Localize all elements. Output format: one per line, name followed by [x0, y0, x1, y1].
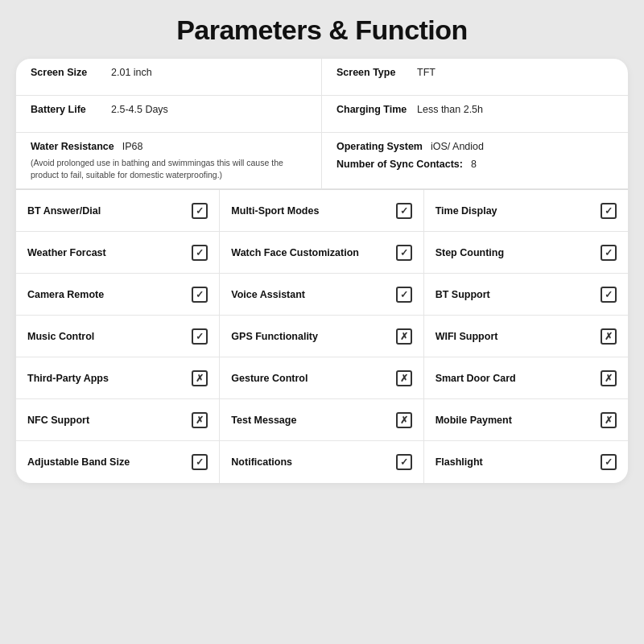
feature-camera-remote: Camera Remote — [16, 274, 220, 316]
feature-name-bt-support: BT Support — [436, 288, 601, 301]
feature-name-wifi-support: WIFI Support — [436, 330, 601, 343]
check-wifi-support — [601, 328, 617, 345]
feature-wifi-support: WIFI Support — [424, 316, 628, 357]
feature-music-control: Music Control — [16, 316, 220, 357]
feature-test-message: Test Message — [220, 399, 423, 441]
spec-label-charging-time: Charging Time — [336, 104, 409, 115]
check-multi-sport-modes — [396, 203, 412, 219]
spec-value-operating-system: iOS/ Andiod — [431, 141, 484, 152]
feature-smart-door-card: Smart Door Card — [424, 357, 628, 399]
feature-name-test-message: Test Message — [231, 414, 395, 427]
check-notifications — [396, 454, 412, 470]
check-camera-remote — [192, 287, 208, 303]
check-smart-door-card — [601, 370, 617, 386]
feature-weather-forcast: Weather Forcast — [16, 232, 220, 274]
spec-label-operating-system: Operating System — [336, 141, 423, 152]
feature-watch-face-customization: Watch Face Customization — [220, 232, 423, 274]
spec-value-sync-contacts: 8 — [471, 159, 477, 170]
check-nfc-support — [192, 412, 208, 428]
check-test-message — [396, 412, 412, 428]
card: Screen Size 2.01 inch Screen Type TFT Ba… — [16, 59, 628, 483]
check-watch-face-customization — [396, 245, 412, 261]
spec-screen-type: Screen Type TFT — [322, 59, 628, 96]
spec-value-screen-size: 2.01 inch — [111, 67, 152, 78]
feature-name-voice-assistant: Voice Assistant — [231, 288, 395, 301]
feature-name-nfc-support: NFC Support — [27, 414, 192, 427]
spec-value-water-resistance: IP68 — [122, 141, 143, 152]
check-adjustable-band-size — [192, 454, 208, 470]
check-voice-assistant — [396, 287, 412, 303]
feature-name-music-control: Music Control — [27, 330, 192, 343]
specs-grid: Screen Size 2.01 inch Screen Type TFT Ba… — [16, 59, 628, 189]
feature-name-flashlight: Flashlight — [436, 456, 601, 469]
feature-bt-answer-dial: BT Answer/Dial — [16, 190, 220, 232]
check-mobile-payment — [601, 412, 617, 428]
spec-operating-system: Operating System iOS/ Andiod Number of S… — [322, 133, 628, 189]
check-step-counting — [601, 245, 617, 261]
feature-name-third-party-apps: Third-Party Apps — [27, 372, 192, 385]
spec-charging-time: Charging Time Less than 2.5h — [322, 96, 628, 133]
spec-water-resistance: Water Resistance IP68 (Avoid prolonged u… — [16, 133, 322, 189]
feature-name-gesture-control: Gesture Control — [231, 372, 395, 385]
feature-name-adjustable-band-size: Adjustable Band Size — [27, 456, 192, 469]
feature-name-step-counting: Step Counting — [436, 246, 601, 259]
spec-label-sync-contacts: Number of Sync Contacts: — [336, 159, 463, 170]
feature-gps-functionality: GPS Functionality — [220, 316, 423, 357]
specs-section: Screen Size 2.01 inch Screen Type TFT Ba… — [16, 59, 628, 190]
feature-voice-assistant: Voice Assistant — [220, 274, 423, 316]
feature-name-notifications: Notifications — [231, 456, 395, 469]
feature-nfc-support: NFC Support — [16, 399, 220, 441]
feature-step-counting: Step Counting — [424, 232, 628, 274]
feature-name-weather-forcast: Weather Forcast — [27, 246, 192, 259]
feature-notifications: Notifications — [220, 441, 423, 483]
feature-multi-sport-modes: Multi-Sport Modes — [220, 190, 423, 232]
spec-battery-life: Battery Life 2.5-4.5 Days — [16, 96, 322, 133]
feature-name-mobile-payment: Mobile Payment — [436, 414, 601, 427]
feature-name-multi-sport-modes: Multi-Sport Modes — [231, 204, 395, 217]
check-gps-functionality — [396, 328, 412, 345]
spec-screen-size: Screen Size 2.01 inch — [16, 59, 322, 96]
feature-name-watch-face-customization: Watch Face Customization — [231, 246, 395, 259]
check-weather-forcast — [192, 245, 208, 261]
feature-gesture-control: Gesture Control — [220, 357, 423, 399]
feature-bt-support: BT Support — [424, 274, 628, 316]
feature-name-camera-remote: Camera Remote — [27, 288, 192, 301]
feature-flashlight: Flashlight — [424, 441, 628, 483]
feature-name-smart-door-card: Smart Door Card — [436, 372, 601, 385]
check-bt-answer-dial — [192, 203, 208, 219]
page-title: Parameters & Function — [176, 14, 468, 46]
check-gesture-control — [396, 370, 412, 386]
check-time-display — [601, 203, 617, 219]
spec-value-battery-life: 2.5-4.5 Days — [111, 104, 168, 115]
check-third-party-apps — [192, 370, 208, 386]
feature-name-bt-answer-dial: BT Answer/Dial — [27, 204, 192, 217]
check-music-control — [192, 328, 208, 345]
feature-name-time-display: Time Display — [436, 204, 601, 217]
feature-adjustable-band-size: Adjustable Band Size — [16, 441, 220, 483]
feature-mobile-payment: Mobile Payment — [424, 399, 628, 441]
feature-time-display: Time Display — [424, 190, 628, 232]
feature-name-gps-functionality: GPS Functionality — [231, 330, 395, 343]
spec-label-screen-size: Screen Size — [31, 67, 103, 78]
page: Parameters & Function Screen Size 2.01 i… — [0, 0, 644, 644]
feature-third-party-apps: Third-Party Apps — [16, 357, 220, 399]
spec-value-screen-type: TFT — [417, 67, 436, 78]
spec-label-battery-life: Battery Life — [31, 104, 103, 115]
check-flashlight — [601, 454, 617, 470]
spec-label-screen-type: Screen Type — [336, 67, 409, 78]
spec-label-water-resistance: Water Resistance — [31, 141, 114, 152]
check-bt-support — [601, 287, 617, 303]
spec-note-water-resistance: (Avoid prolonged use in bathing and swim… — [31, 157, 307, 180]
spec-value-charging-time: Less than 2.5h — [417, 104, 483, 115]
features-grid: BT Answer/Dial Multi-Sport Modes Time Di… — [16, 190, 628, 483]
